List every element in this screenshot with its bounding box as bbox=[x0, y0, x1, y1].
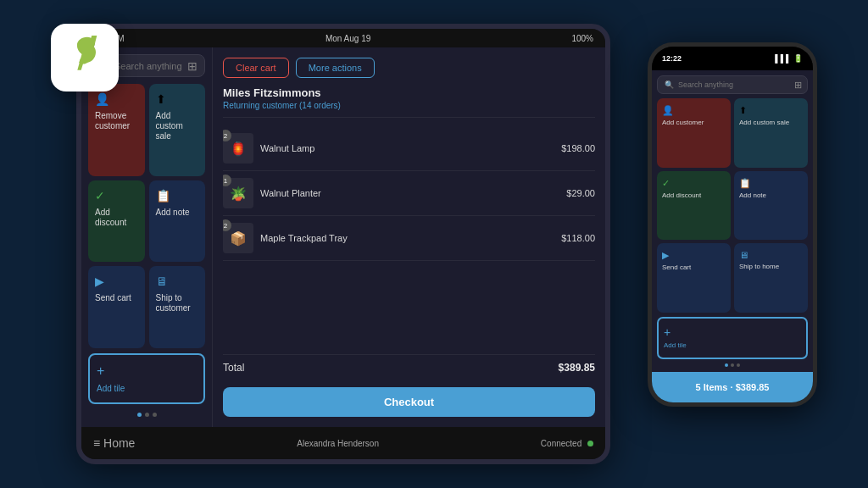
tablet-menu-icon[interactable]: ≡ Home bbox=[93, 436, 135, 450]
add-discount-tile[interactable]: ✓ Add discount bbox=[88, 180, 145, 263]
phone-status-bar: 12:22 ▌▌▌ 🔋 bbox=[652, 47, 813, 70]
item-name-2: Maple Trackpad Tray bbox=[260, 233, 554, 243]
scan-icon[interactable]: ⊞ bbox=[187, 59, 198, 73]
phone-add-customer-label: Add customer bbox=[662, 119, 726, 127]
ship-to-customer-icon: 🖥 bbox=[156, 274, 199, 288]
phone-send-cart-label: Send cart bbox=[662, 263, 726, 272]
total-label: Total bbox=[223, 362, 244, 374]
ship-to-customer-tile[interactable]: 🖥 Ship to customer bbox=[149, 266, 206, 348]
phone-search-bar[interactable]: 🔍 ⊞ bbox=[657, 75, 808, 94]
phone-ship-to-home-label: Ship to home bbox=[739, 263, 803, 271]
add-custom-sale-label: Add custom sale bbox=[156, 111, 199, 141]
dot-1[interactable] bbox=[137, 413, 142, 417]
phone-content: 🔍 ⊞ 👤 Add customer ⬆ Add custom sale ✓ A… bbox=[652, 70, 813, 372]
phone-add-custom-sale-label: Add custom sale bbox=[739, 119, 803, 127]
tablet-search-input[interactable] bbox=[114, 61, 196, 71]
customer-status: Returning customer (14 orders) bbox=[223, 101, 595, 110]
more-actions-button[interactable]: More actions bbox=[296, 58, 375, 78]
shopify-logo bbox=[51, 24, 119, 92]
item-thumb-0: 2 🏮 bbox=[223, 133, 253, 164]
phone-ship-icon: 🖥 bbox=[739, 250, 803, 260]
dot-3[interactable] bbox=[153, 413, 157, 417]
item-name-0: Walnut Lamp bbox=[260, 143, 554, 153]
phone-add-note-tile[interactable]: 📋 Add note bbox=[734, 171, 808, 241]
tablet-left-panel: 🔍 ⊞ 👤 Remove customer ⬆ Add custom sale … bbox=[81, 47, 213, 427]
phone-add-tile[interactable]: + Add tile bbox=[657, 317, 808, 359]
phone-add-custom-sale-tile[interactable]: ⬆ Add custom sale bbox=[734, 98, 808, 168]
checkout-button[interactable]: Checkout bbox=[223, 387, 595, 417]
phone-signals: ▌▌▌ 🔋 bbox=[775, 54, 803, 63]
phone-device: 12:22 ▌▌▌ 🔋 🔍 ⊞ 👤 Add customer ⬆ Add cus… bbox=[648, 42, 817, 407]
ship-to-customer-label: Ship to customer bbox=[156, 293, 199, 313]
item-price-1: $29.00 bbox=[566, 188, 595, 198]
phone-add-discount-icon: ✓ bbox=[662, 178, 726, 189]
connected-status: Connected bbox=[541, 439, 593, 448]
phone-dot-2[interactable] bbox=[731, 363, 734, 367]
cart-item-2: 2 📦 Maple Trackpad Tray $118.00 bbox=[223, 216, 595, 261]
connected-dot bbox=[587, 441, 593, 446]
phone-add-discount-tile[interactable]: ✓ Add discount bbox=[657, 171, 731, 241]
tablet-user-label: Alexandra Henderson bbox=[297, 439, 379, 448]
item-thumb-1: 1 🪴 bbox=[223, 178, 253, 208]
dot-2[interactable] bbox=[145, 413, 149, 417]
phone-time: 12:22 bbox=[662, 54, 682, 63]
add-discount-label: Add discount bbox=[95, 208, 138, 228]
add-note-label: Add note bbox=[156, 208, 199, 218]
tablet-battery: 100% bbox=[571, 34, 593, 43]
phone-pagination-dots bbox=[657, 363, 808, 367]
tablet-bottom-bar: ≡ Home Alexandra Henderson Connected bbox=[81, 427, 605, 459]
phone-search-input[interactable] bbox=[678, 80, 800, 89]
phone-tile-grid: 👤 Add customer ⬆ Add custom sale ✓ Add d… bbox=[657, 98, 808, 313]
customer-name: Miles Fitzsimmons bbox=[223, 86, 595, 99]
phone-bottom-bar: ≡ Home Alexandra H. bbox=[652, 402, 813, 407]
phone-send-cart-tile[interactable]: ▶ Send cart bbox=[657, 243, 731, 313]
cart-item-1: 1 🪴 Walnut Planter $29.00 bbox=[223, 171, 595, 216]
phone-add-tile-icon: + bbox=[664, 325, 801, 339]
send-cart-label: Send cart bbox=[95, 293, 138, 303]
phone-dot-1[interactable] bbox=[725, 363, 728, 367]
remove-customer-label: Remove customer bbox=[95, 111, 138, 131]
add-custom-sale-icon: ⬆ bbox=[156, 92, 199, 106]
add-tile-tablet[interactable]: + Add tile bbox=[88, 353, 205, 404]
item-price-2: $118.00 bbox=[561, 233, 595, 243]
phone-checkout-bar[interactable]: 5 Items · $389.85 bbox=[652, 372, 813, 402]
add-tile-label: Add tile bbox=[97, 384, 197, 394]
pagination-dots bbox=[88, 409, 205, 420]
phone-scan-icon[interactable]: ⊞ bbox=[794, 80, 802, 91]
phone-send-cart-icon: ▶ bbox=[662, 250, 726, 261]
item-name-1: Walnut Planter bbox=[260, 188, 559, 198]
phone-search-icon: 🔍 bbox=[665, 80, 674, 89]
cart-actions: Clear cart More actions bbox=[223, 58, 595, 78]
phone-add-customer-icon: 👤 bbox=[662, 105, 726, 116]
clear-cart-button[interactable]: Clear cart bbox=[223, 58, 289, 78]
customer-info: Miles Fitzsimmons Returning customer (14… bbox=[223, 86, 595, 118]
add-note-tile[interactable]: 📋 Add note bbox=[149, 180, 206, 263]
add-note-icon: 📋 bbox=[156, 189, 199, 202]
phone-checkout-label: 5 Items · $389.85 bbox=[696, 382, 770, 392]
send-cart-tile[interactable]: ▶ Send cart bbox=[88, 266, 145, 348]
phone-add-note-label: Add note bbox=[739, 191, 803, 200]
add-custom-sale-tile[interactable]: ⬆ Add custom sale bbox=[149, 84, 206, 176]
item-price-0: $198.00 bbox=[561, 143, 595, 153]
tablet-status-bar: 9:48 AM Mon Aug 19 100% bbox=[81, 29, 605, 47]
tablet-tile-grid: 👤 Remove customer ⬆ Add custom sale ✓ Ad… bbox=[88, 84, 205, 348]
phone-add-custom-sale-icon: ⬆ bbox=[739, 105, 803, 116]
tablet-home-label: Home bbox=[103, 436, 135, 450]
phone-dot-3[interactable] bbox=[737, 363, 740, 367]
cart-item-0: 2 🏮 Walnut Lamp $198.00 bbox=[223, 126, 595, 171]
tablet-device: 9:48 AM Mon Aug 19 100% 🔍 ⊞ 👤 Remove cus… bbox=[76, 24, 610, 464]
add-tile-icon: + bbox=[97, 363, 197, 379]
phone-ship-to-home-tile[interactable]: 🖥 Ship to home bbox=[734, 243, 808, 313]
remove-customer-tile[interactable]: 👤 Remove customer bbox=[88, 84, 145, 176]
cart-total: Total $389.85 bbox=[223, 354, 595, 380]
phone-add-note-icon: 📋 bbox=[739, 178, 803, 189]
tablet-date: Mon Aug 19 bbox=[326, 34, 370, 43]
remove-customer-icon: 👤 bbox=[95, 92, 138, 106]
total-price: $389.85 bbox=[559, 362, 595, 374]
item-thumb-2: 2 📦 bbox=[223, 223, 253, 253]
phone-add-discount-label: Add discount bbox=[662, 191, 726, 200]
cart-items-list: 2 🏮 Walnut Lamp $198.00 1 🪴 Walnut Plant… bbox=[223, 126, 595, 351]
phone-add-customer-tile[interactable]: 👤 Add customer bbox=[657, 98, 731, 168]
add-discount-icon: ✓ bbox=[95, 189, 138, 202]
send-cart-icon: ▶ bbox=[95, 274, 138, 288]
